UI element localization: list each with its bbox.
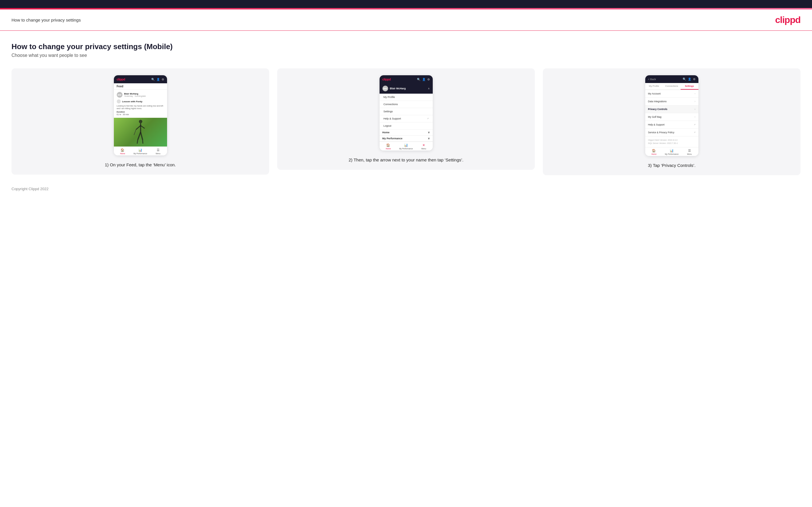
- svg-line-6: [137, 140, 138, 144]
- phone-1-icons: 🔍 👤 ⚙: [151, 78, 164, 81]
- chevron-right-icon-4: ›: [695, 115, 696, 118]
- dropdown-user-left: BM Blair McHarg: [383, 86, 406, 91]
- phone-1-navbar: clippd 🔍 👤 ⚙: [114, 75, 167, 83]
- nav-performance-2: 📊 My Performance: [397, 143, 415, 150]
- settings-privacy-controls[interactable]: Privacy Controls ›: [645, 105, 699, 113]
- nav-home-label-2: Home: [386, 148, 391, 150]
- nav-performance: 📊 My Performance: [132, 148, 149, 155]
- section-home: Home ∨: [379, 129, 433, 135]
- settings-tabs: My Profile Connections Settings: [645, 83, 699, 90]
- nav-home-3: 🏠 Home: [645, 149, 663, 155]
- nav-performance-label-3: My Performance: [665, 153, 678, 155]
- nav-menu-label-3: Menu: [687, 153, 692, 155]
- step-3-phone: < Back 🔍 👤 ⚙ My Profile Connections Sett…: [645, 75, 699, 156]
- nav-performance-3: 📊 My Performance: [663, 149, 680, 155]
- dropdown-user-row: BM Blair McHarg ∧: [379, 83, 433, 94]
- lesson-row: Lesson with Fordy: [117, 99, 164, 103]
- nav-performance-label-2: My Performance: [399, 148, 413, 150]
- tab-connections[interactable]: Connections: [663, 83, 680, 90]
- nav-home-label-3: Home: [652, 153, 656, 155]
- steps-row: clippd 🔍 👤 ⚙ Feed BM Blair McHarg: [11, 68, 801, 175]
- menu-item-settings[interactable]: Settings: [379, 108, 433, 115]
- external-link-icon: ↗: [427, 117, 429, 120]
- nav-home-2: 🏠 Home: [379, 143, 397, 150]
- header: How to change your privacy settings clip…: [0, 9, 812, 31]
- nav-menu-3: ☰ Menu: [680, 149, 699, 155]
- lesson-duration-label: Duration: [117, 111, 164, 113]
- settings-back-bar: < Back 🔍 👤 ⚙: [645, 75, 699, 83]
- header-breadcrumb: How to change your privacy settings: [11, 17, 81, 22]
- dropdown-avatar: BM: [383, 86, 388, 91]
- menu-icon-3: ☰: [688, 149, 691, 153]
- phone-3-bottom-nav: 🏠 Home 📊 My Performance ☰ Menu: [645, 147, 699, 156]
- settings-data-integrations[interactable]: Data Integrations ›: [645, 98, 699, 105]
- step-3-label: 3) Tap ‘Privacy Controls’.: [648, 162, 696, 168]
- my-golf-bag-label: My Golf Bag: [648, 115, 662, 118]
- help-support-label: Help & Support: [648, 123, 665, 126]
- chevron-right-icon: ›: [695, 92, 696, 95]
- golfer-silhouette: [133, 119, 148, 145]
- top-bar: [0, 0, 812, 8]
- feed-user-name: Blair McHarg: [124, 93, 146, 95]
- nav-menu-2: ✕ Menu: [415, 143, 433, 150]
- tab-settings[interactable]: Settings: [680, 83, 699, 90]
- step-3-card: < Back 🔍 👤 ⚙ My Profile Connections Sett…: [543, 68, 801, 175]
- search-icon: 🔍: [151, 78, 155, 81]
- avatar: BM: [117, 92, 122, 98]
- settings-my-golf-bag[interactable]: My Golf Bag ›: [645, 113, 699, 121]
- settings-icon-3: ⚙: [693, 77, 696, 81]
- chevron-right-icon-3: ›: [695, 108, 696, 111]
- data-integrations-label: Data Integrations: [648, 100, 667, 103]
- external-link-icon-2: ↗: [694, 123, 696, 126]
- nav-menu-label-2: Menu: [421, 148, 426, 150]
- back-link[interactable]: < Back: [648, 78, 656, 81]
- feed-user-info: Blair McHarg Yesterday · Sunningdale: [124, 93, 146, 97]
- nav-performance-label: My Performance: [134, 153, 147, 155]
- menu-icon: ☰: [157, 148, 160, 152]
- lesson-icon: [117, 99, 121, 103]
- nav-menu: ☰ Menu: [149, 148, 167, 155]
- home-icon-2: 🏠: [386, 143, 390, 147]
- copyright: Copyright Clippd 2022: [11, 187, 49, 191]
- menu-item-logout[interactable]: Logout: [379, 122, 433, 129]
- tab-my-profile[interactable]: My Profile: [645, 83, 663, 90]
- section-home-chevron: ∨: [428, 131, 430, 134]
- section-performance-label: My Performance: [383, 137, 403, 140]
- main-content: How to change your privacy settings (Mob…: [0, 31, 812, 181]
- phone-2-bottom-nav: 🏠 Home 📊 My Performance ✕ Menu: [379, 142, 433, 151]
- nav-home-label: Home: [120, 153, 125, 155]
- feed-user-row: BM Blair McHarg Yesterday · Sunningdale: [117, 92, 164, 98]
- phone-1-logo: clippd: [117, 77, 125, 81]
- section-performance: My Performance ∨: [379, 135, 433, 142]
- menu-item-help[interactable]: Help & Support ↗: [379, 115, 433, 122]
- feed-user-sub: Yesterday · Sunningdale: [124, 95, 146, 97]
- home-icon: 🏠: [120, 148, 124, 152]
- svg-line-8: [134, 129, 136, 135]
- phone-2-icons: 🔍 👤 ⚙: [417, 78, 430, 81]
- section-home-label: Home: [383, 131, 390, 134]
- step-2-phone: clippd 🔍 👤 ⚙ BM Blair McHarg ∧: [379, 75, 433, 151]
- svg-line-4: [138, 132, 141, 140]
- user-icon: 👤: [156, 78, 160, 81]
- search-icon-3: 🔍: [682, 77, 686, 81]
- step-1-phone: clippd 🔍 👤 ⚙ Feed BM Blair McHarg: [114, 75, 167, 155]
- chart-icon-3: 📊: [670, 149, 674, 153]
- golf-image: [114, 118, 167, 147]
- section-performance-chevron: ∨: [428, 137, 430, 140]
- lesson-desc: Looking to feel like my hands are exitin…: [117, 105, 164, 110]
- settings-icon-2: ⚙: [427, 78, 430, 81]
- dropdown-user-name: Blair McHarg: [390, 87, 406, 90]
- settings-service-privacy[interactable]: Service & Privacy Policy ↗: [645, 129, 699, 136]
- step-1-card: clippd 🔍 👤 ⚙ Feed BM Blair McHarg: [11, 68, 269, 175]
- nav-home: 🏠 Home: [114, 148, 132, 155]
- menu-item-connections[interactable]: Connections: [379, 101, 433, 108]
- svg-line-5: [141, 132, 143, 140]
- user-icon-2: 👤: [422, 78, 425, 81]
- menu-item-profile[interactable]: My Profile: [379, 94, 433, 101]
- feed-tab: Feed: [114, 83, 167, 90]
- chart-icon: 📊: [138, 148, 142, 152]
- close-icon: ✕: [422, 143, 425, 147]
- step-2-label: 2) Then, tap the arrow next to your name…: [349, 157, 463, 163]
- settings-help-support[interactable]: Help & Support ↗: [645, 121, 699, 129]
- settings-my-account[interactable]: My Account ›: [645, 90, 699, 98]
